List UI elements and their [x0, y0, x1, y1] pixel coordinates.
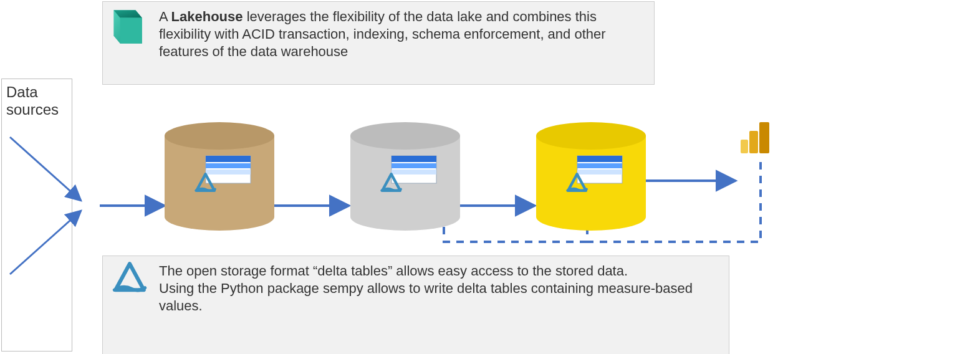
diagram-stage: Data sources A Lakehouse leverages the f… [0, 0, 980, 354]
svg-rect-14 [206, 163, 251, 168]
svg-rect-15 [206, 170, 251, 175]
architecture-svg [0, 0, 980, 354]
svg-rect-13 [206, 156, 251, 162]
lakehouse-silver [350, 122, 460, 231]
svg-line-3 [10, 137, 81, 201]
svg-rect-29 [577, 170, 622, 175]
svg-point-18 [350, 122, 460, 150]
svg-line-4 [10, 211, 81, 274]
lakehouse-gold [536, 122, 646, 231]
svg-rect-28 [577, 163, 622, 168]
svg-point-11 [165, 122, 274, 150]
svg-point-25 [536, 122, 646, 150]
svg-rect-21 [392, 163, 436, 168]
source-arrows [10, 137, 81, 274]
lakehouse-bronze [165, 122, 274, 231]
svg-rect-27 [577, 156, 622, 162]
svg-rect-20 [392, 156, 436, 162]
svg-rect-22 [392, 170, 436, 175]
